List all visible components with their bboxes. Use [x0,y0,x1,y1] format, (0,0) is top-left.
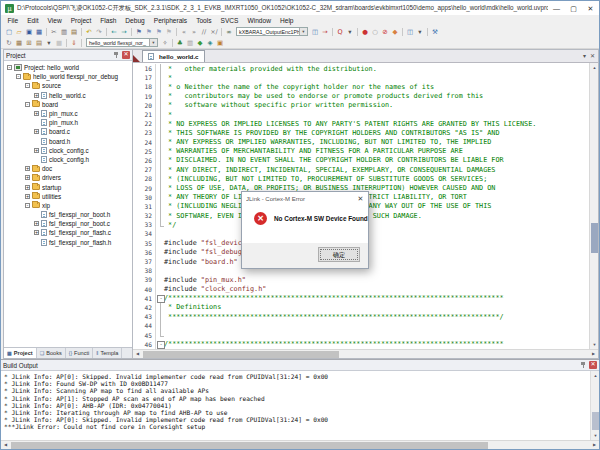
expand-icon[interactable]: + [34,129,39,134]
unindent-icon[interactable]: « [179,27,189,37]
collapse-icon[interactable]: - [25,102,30,107]
chevron-down-icon[interactable]: ▾ [299,28,307,35]
fold-collapse-icon[interactable] [155,294,164,303]
batch-build-dropdown-icon[interactable]: ▾ [44,38,54,48]
pin-icon[interactable] [580,362,587,369]
menu-svcs[interactable]: SVCS [216,17,243,24]
tree-item-board-c[interactable]: +board.c [4,127,132,136]
menu-view[interactable]: View [43,17,66,24]
close-button[interactable]: ✕ [582,2,599,15]
scroll-up-icon[interactable]: ▲ [591,371,599,380]
tab-templa[interactable]: ‖Templa [93,348,122,358]
scroll-left-icon[interactable]: ◀ [1,441,10,449]
rebuild-icon[interactable]: ⊞ [24,38,34,48]
tab-functi[interactable]: {}Functi [66,348,94,358]
incremental-find-icon[interactable]: → [320,27,330,37]
tree-item-project-hello-world[interactable]: -Project: hello_world [4,63,132,72]
menu-debug[interactable]: Debug [121,17,149,24]
batch-build-icon[interactable]: ▤ [34,38,44,48]
menu-window[interactable]: Window [243,17,275,24]
find-in-files-icon[interactable]: ∞ [224,27,234,37]
open-icon[interactable]: ▱ [14,27,24,37]
navigate-back-icon[interactable]: ← [109,27,119,37]
bookmark-toggle-icon[interactable]: ⚑ [134,27,144,37]
menu-peripherals[interactable]: Peripherals [149,17,191,24]
menu-file[interactable]: File [3,17,23,24]
navigate-forward-icon[interactable]: → [119,27,129,37]
window-layout-icon[interactable]: ◫ [405,27,415,37]
maximize-button[interactable]: ▢ [565,2,582,15]
menu-flash[interactable]: Flash [96,17,121,24]
build-output-content[interactable]: * JLink Info: AP[0]: Skipped. Invalid im… [1,371,599,440]
splitter-handle-icon[interactable] [133,55,140,62]
download-icon[interactable]: ⇓ [69,38,79,48]
chevron-down-icon[interactable]: ▾ [149,39,157,46]
project-targets-icon[interactable]: ▣ [215,38,225,48]
build-output-close-button[interactable]: ✕ [589,361,597,369]
ok-button[interactable]: 确定 [318,247,360,262]
tree-item-hello-world-c[interactable]: +hello_world.c [4,91,132,100]
expand-icon[interactable]: + [25,194,30,199]
file-extensions-icon[interactable]: ▥ [185,38,195,48]
find-next-icon[interactable]: ◫ [310,27,320,37]
scroll-left-icon[interactable]: ◀ [133,350,142,358]
dialog-close-button[interactable]: ✕ [353,192,368,205]
disable-breakpoint-icon[interactable]: ○ [370,27,380,37]
bookmark-prev-icon[interactable]: ⚑ [144,27,154,37]
find-text-combo[interactable]: kXBARA1_OutputEnc1Ph▾ [236,27,308,36]
editor-horizontal-scrollbar[interactable]: ◀ ▶ [133,349,598,358]
build-output-vertical-scrollbar[interactable]: ▲ ▼ [590,371,599,440]
manage-books-icon[interactable]: ◆ [195,38,205,48]
translate-icon[interactable]: ↻ [4,38,14,48]
uncomment-icon[interactable]: ×/ [209,27,219,37]
build-output-horizontal-scrollbar[interactable]: ◀ ▶ [1,440,599,449]
target-options-icon[interactable]: ✧ [160,38,170,48]
expand-icon[interactable]: + [34,221,39,226]
scroll-down-icon[interactable]: ▼ [590,340,599,349]
expand-icon[interactable]: + [34,93,39,98]
multi-project-icon[interactable]: ◈ [205,38,215,48]
tree-item-pin-mux-c[interactable]: +pin_mux.c [4,109,132,118]
new-file-icon[interactable]: ▢ [4,27,14,37]
save-icon[interactable]: ▣ [24,27,34,37]
tree-item-doc[interactable]: +doc [4,164,132,173]
collapse-icon[interactable]: - [16,74,21,79]
tree-item-board[interactable]: -board [4,100,132,109]
fold-collapse-icon[interactable] [155,340,164,349]
scroll-right-icon[interactable]: ▶ [590,441,599,449]
expand-icon[interactable]: + [25,175,30,180]
minimize-button[interactable]: — [548,2,565,15]
project-tree[interactable]: -Project: hello_world-hello_world flexsp… [4,61,132,347]
tab-project[interactable]: ▦Project [4,348,37,358]
tree-item-clock-config-h[interactable]: clock_config.h [4,155,132,164]
tree-item-fsl-flexspi-nor-flash-c[interactable]: +fsl_flexspi_nor_flash.c [4,228,132,237]
expand-icon[interactable]: + [34,111,39,116]
build-output-vscroll-thumb[interactable] [592,412,599,430]
expand-icon[interactable]: + [25,166,30,171]
paste-icon[interactable]: ▤ [69,27,79,37]
search-dropdown-icon[interactable]: ▾ [345,27,355,37]
tree-item-startup[interactable]: +startup [4,182,132,191]
tree-item-utilities[interactable]: +utilities [4,192,132,201]
tree-item-fsl-flexspi-nor-flash-h[interactable]: fsl_flexspi_nor_flash.h [4,238,132,247]
expand-icon[interactable]: + [34,230,39,235]
menu-edit[interactable]: Edit [23,17,43,24]
scroll-down-icon[interactable]: ▼ [591,431,599,440]
tree-item-clock-config-c[interactable]: +clock_config.c [4,146,132,155]
editor-tab-hello-world[interactable]: hello_world.c [142,50,205,62]
tree-item-board-h[interactable]: board.h [4,137,132,146]
bookmark-next-icon[interactable]: ⚑ [154,27,164,37]
menu-help[interactable]: Help [275,17,298,24]
editor-hscroll-thumb[interactable] [143,351,339,358]
window-layout-dropdown-icon[interactable]: ▾ [415,27,425,37]
menu-tools[interactable]: Tools [192,17,216,24]
copy-icon[interactable]: ▥ [59,27,69,37]
expand-icon[interactable]: + [34,148,39,153]
tree-item-source[interactable]: -source [4,81,132,90]
cut-icon[interactable]: ✂ [49,27,59,37]
comment-icon[interactable]: // [199,27,209,37]
tree-item-hello-world-flexspi-nor-debug[interactable]: -hello_world flexspi_nor_debug [4,72,132,81]
save-all-icon[interactable]: ▦ [34,27,44,37]
kill-breakpoints-icon[interactable]: ⊘ [380,27,390,37]
tab-books[interactable]: ❏Books [37,348,66,358]
